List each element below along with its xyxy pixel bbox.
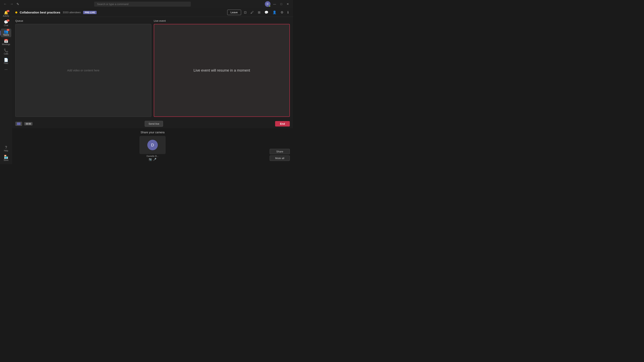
calls-icon: 📞 (4, 49, 8, 52)
user-avatar[interactable]: D (265, 1, 270, 7)
sidebar-item-chat[interactable]: 💬 1 Chat (1, 19, 11, 28)
sidebar-item-more[interactable]: ··· (1, 66, 11, 72)
controls-bar: Send live End (12, 119, 293, 128)
live-event-area: Live event will resume in a moment (154, 24, 290, 117)
sidebar-label-help: Help (4, 150, 8, 152)
meeting-notes-icon[interactable]: ⊡ (243, 10, 248, 15)
camera-mic-icon: 🎤 (153, 158, 156, 161)
minimize-button[interactable]: — (272, 1, 278, 6)
sidebar-label-files: Files (4, 62, 8, 64)
sidebar-label-calls: Calls (4, 53, 8, 55)
participant-name: Danielle B... (146, 155, 158, 157)
chat-icon: 💬 1 (4, 20, 8, 24)
queue-placeholder: Add video or content here (67, 69, 100, 72)
app-body: 🔔 2 Activity 💬 1 Chat 👥 1 Teams 📅 Meetin… (0, 8, 293, 164)
store-icon: 🏪 (4, 155, 8, 159)
share-screen-icon[interactable]: ⊞ (256, 10, 262, 15)
end-button[interactable]: End (275, 121, 290, 126)
sidebar-item-calls[interactable]: 📞 Calls (1, 47, 11, 56)
live-event-label: Live event (154, 19, 290, 22)
camera-video-icon: 📷 (149, 158, 152, 161)
search-container (22, 1, 263, 7)
sidebar-label-chat: Chat (4, 24, 8, 26)
sidebar-item-files[interactable]: 📄 Files (1, 57, 11, 65)
window-controls: D — □ ✕ (265, 1, 290, 7)
event-header: Collaboration best practices 3333 attend… (12, 8, 293, 17)
teams-icon: 👥 1 (4, 30, 8, 33)
sidebar-label-activity: Activity (3, 15, 9, 17)
stage: Queue Add video or content here Live eve… (12, 17, 293, 119)
compose-button[interactable]: ✎ (15, 1, 20, 7)
participant-avatar: D (147, 140, 158, 150)
sidebar-item-meetings[interactable]: 📅 Meetings (1, 38, 11, 47)
camera-action-buttons: Share Mute all (270, 149, 290, 161)
layout-single-icon (17, 122, 20, 125)
header-toolbar: Leave ⊡ 🖊 ⊞ 💬 👤 ⚙ ℹ (227, 10, 290, 15)
maximize-button[interactable]: □ (279, 1, 284, 6)
send-live-button[interactable]: Send live (145, 121, 163, 127)
share-button[interactable]: Share (270, 149, 290, 154)
sidebar-item-activity[interactable]: 🔔 2 Activity (1, 10, 11, 18)
leave-button[interactable]: Leave (227, 10, 241, 15)
sidebar-item-help[interactable]: ? Help (1, 144, 11, 153)
activity-badge: 2 (7, 10, 10, 12)
queue-label: Queue (15, 19, 151, 22)
camera-row: D Danielle B... 📷 🎤 Share Mute all (15, 136, 290, 161)
live-panel: Live event Live event will resume in a m… (154, 19, 290, 117)
attendees-count: 3333 attendees (63, 11, 81, 14)
main-content: Collaboration best practices 3333 attend… (12, 8, 293, 164)
chat-panel-icon[interactable]: 💬 (263, 10, 270, 15)
sidebar-label-teams: Teams (3, 34, 9, 36)
layout-split-icon-right (28, 123, 31, 125)
activity-icon: 🔔 2 (4, 11, 8, 14)
live-event-message: Live event will resume in a moment (194, 68, 250, 73)
queue-panel: Queue Add video or content here (15, 19, 151, 117)
event-status-indicator (15, 11, 17, 13)
sidebar-bottom: ? Help 🏪 Store (1, 144, 11, 164)
sidebar-label-store: Store (4, 159, 8, 161)
info-icon[interactable]: ℹ (286, 10, 290, 15)
sidebar-item-teams[interactable]: 👥 1 Teams (1, 28, 11, 37)
layout-split-icon-left (26, 123, 28, 125)
forward-button[interactable]: → (9, 1, 14, 7)
mute-all-button[interactable]: Mute all (270, 155, 290, 161)
sidebar-item-store[interactable]: 🏪 Store (1, 154, 11, 162)
camera-section: Share your camera D Danielle B... 📷 🎤 Sh… (12, 128, 293, 164)
pre-live-badge: PRE-LIVE (83, 11, 96, 14)
event-title: Collaboration best practices (20, 11, 60, 14)
search-input[interactable] (94, 1, 191, 7)
sidebar-label-meetings: Meetings (2, 43, 10, 45)
layout-single-button[interactable] (15, 122, 22, 126)
sidebar: 🔔 2 Activity 💬 1 Chat 👥 1 Teams 📅 Meetin… (0, 8, 12, 164)
camera-feed: D (140, 136, 166, 154)
settings-icon[interactable]: ⚙ (279, 10, 284, 15)
back-button[interactable]: ← (2, 1, 8, 7)
help-icon: ? (5, 146, 7, 149)
user-status (269, 5, 270, 7)
whiteboard-icon[interactable]: 🖊 (249, 10, 255, 15)
files-icon: 📄 (4, 58, 8, 62)
camera-label: Share your camera (140, 131, 164, 134)
chat-badge: 1 (7, 19, 10, 21)
layout-split-button[interactable] (24, 122, 32, 125)
meetings-icon: 📅 (4, 39, 8, 43)
more-icon: ··· (4, 67, 8, 71)
close-button[interactable]: ✕ (285, 1, 290, 6)
title-bar: ← → ✎ D — □ ✕ (0, 0, 293, 8)
nav-buttons: ← → ✎ (2, 1, 20, 7)
camera-icons: 📷 🎤 (149, 158, 156, 161)
teams-badge: 1 (7, 29, 10, 31)
queue-area[interactable]: Add video or content here (15, 24, 151, 117)
participants-icon[interactable]: 👤 (271, 10, 278, 15)
